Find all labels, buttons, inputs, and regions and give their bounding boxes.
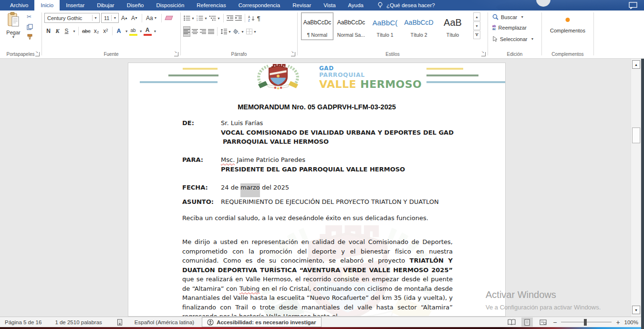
page-indicator[interactable]: Página 5 de 16: [5, 319, 42, 325]
tell-me-label: ¿Qué desea hacer?: [386, 2, 435, 8]
tab-revisar[interactable]: Revisar: [286, 0, 317, 11]
field-label-de: DE:: [182, 118, 221, 147]
subscript-button[interactable]: x₂: [93, 26, 101, 36]
style-name: Título 1: [376, 32, 393, 38]
scroll-up-button[interactable]: ▲: [632, 60, 640, 69]
superscript-button[interactable]: x²: [102, 26, 110, 36]
print-layout-button[interactable]: [521, 318, 533, 327]
vertical-scrollbar[interactable]: ▲ ▼: [631, 59, 641, 317]
styles-expand-gallery[interactable]: ▼: [473, 31, 480, 39]
style-normal-sa[interactable]: AaBbCcDc Normal Sa...: [335, 12, 367, 40]
tab-disposicion[interactable]: Disposición: [150, 0, 190, 11]
account-avatar[interactable]: [536, 0, 551, 7]
shading-button[interactable]: ▼: [233, 26, 245, 37]
chevron-down-icon[interactable]: ▼: [139, 30, 143, 33]
spellcheck-word: Msc.: [221, 156, 235, 163]
font-size-combobox[interactable]: 11 ▼: [101, 13, 119, 23]
tab-ayuda[interactable]: Ayuda: [342, 0, 370, 11]
align-center-icon: [192, 29, 198, 34]
align-center-button[interactable]: [191, 26, 198, 37]
feedback-button[interactable]: [629, 0, 637, 11]
chevron-down-icon[interactable]: ▼: [154, 30, 157, 33]
tab-archivo[interactable]: Archivo: [4, 0, 34, 11]
tab-referencias[interactable]: Referencias: [190, 0, 232, 11]
tab-insertar[interactable]: Insertar: [60, 0, 91, 11]
language-indicator[interactable]: Español (América latina): [135, 319, 194, 325]
clear-formatting-button[interactable]: [165, 13, 173, 23]
dialog-launcher-portapapeles[interactable]: [35, 52, 40, 56]
copy-button[interactable]: [27, 24, 33, 30]
zoom-slider[interactable]: [561, 319, 612, 326]
tab-inicio[interactable]: Inicio: [34, 0, 60, 11]
tab-diseno[interactable]: Diseño: [121, 0, 150, 11]
font-name-combobox[interactable]: Century Gothic ▼: [44, 13, 100, 23]
scrollbar-thumb[interactable]: [632, 127, 640, 143]
deco-line: [426, 74, 478, 76]
multilevel-list-button[interactable]: ▼: [209, 13, 221, 23]
zoom-level[interactable]: 100%: [624, 319, 638, 325]
comment-icon: [629, 2, 637, 9]
chevron-down-icon[interactable]: ▼: [92, 15, 98, 21]
dialog-launcher-fuente[interactable]: [174, 52, 178, 56]
word-count[interactable]: 1 de 2510 palabras: [55, 319, 102, 325]
styles-scroll-up[interactable]: ▲: [473, 12, 480, 21]
group-portapapeles: Pegar ▼ ✂ Portapapeles: [0, 11, 41, 58]
show-marks-button[interactable]: ¶: [257, 13, 261, 23]
complementos-button[interactable]: Complementos: [542, 28, 593, 33]
proofing-icon[interactable]: [116, 319, 123, 326]
complementos-icon: [566, 18, 570, 22]
text-effects-button[interactable]: A: [115, 26, 123, 36]
tab-vista[interactable]: Vista: [317, 0, 342, 11]
style-titulo[interactable]: AaB Título: [436, 12, 469, 40]
tab-correspondencia[interactable]: Correspondencia: [232, 0, 287, 11]
cut-button[interactable]: ✂: [27, 13, 33, 20]
tab-dibujar[interactable]: Dibujar: [91, 0, 120, 11]
read-mode-button[interactable]: [506, 318, 517, 327]
increase-indent-button[interactable]: [235, 13, 242, 23]
styles-scroll-down[interactable]: ▼: [473, 21, 480, 30]
style-titulo-2[interactable]: AaBbCcD Título 2: [403, 12, 435, 40]
web-layout-button[interactable]: [537, 318, 549, 327]
sort-button[interactable]: AZ: [248, 13, 256, 23]
strikethrough-button[interactable]: abc: [81, 26, 92, 36]
bold-button[interactable]: N: [44, 26, 52, 36]
tell-me-search[interactable]: ¿Qué desea hacer?: [377, 0, 435, 11]
shrink-font-button[interactable]: A▼: [130, 13, 139, 23]
chevron-down-icon[interactable]: ▼: [111, 15, 117, 21]
format-painter-button[interactable]: [27, 34, 33, 40]
style-normal[interactable]: AaBbCcDc ¶ Normal: [301, 12, 333, 40]
italic-button[interactable]: K: [53, 26, 62, 36]
find-button[interactable]: Buscar▼: [492, 14, 524, 20]
dialog-launcher-estilos[interactable]: [481, 52, 486, 56]
bullets-button[interactable]: ▼: [183, 13, 195, 23]
underline-button[interactable]: S: [62, 26, 71, 36]
accessibility-status[interactable]: Accesibilidad: es necesario investigar: [202, 317, 321, 327]
zoom-slider-thumb[interactable]: [584, 319, 587, 326]
bullet-list-icon: [184, 15, 190, 21]
decrease-indent-button[interactable]: [226, 13, 234, 23]
justify-button[interactable]: [208, 26, 215, 37]
change-case-button[interactable]: Aa▼: [145, 13, 158, 23]
paste-button[interactable]: Pegar ▼: [2, 12, 24, 48]
chevron-down-icon[interactable]: ▼: [73, 30, 76, 33]
zoom-in-button[interactable]: +: [616, 319, 620, 326]
document-page[interactable]: GAD PARROQUIAL VALLE HERMOSO MEMORANDUM …: [128, 63, 506, 317]
highlight-color-button[interactable]: ab: [129, 26, 137, 36]
align-left-button[interactable]: [183, 26, 190, 37]
line-spacing-button[interactable]: ▼: [220, 26, 232, 37]
replace-button[interactable]: abac Reemplazar: [492, 25, 527, 31]
font-color-button[interactable]: A: [144, 26, 152, 36]
borders-button[interactable]: ▼: [246, 26, 257, 37]
scroll-down-button[interactable]: ▼: [632, 306, 640, 314]
align-right-button[interactable]: [199, 26, 207, 37]
dialog-launcher-parrafo[interactable]: [291, 52, 295, 56]
style-titulo-1[interactable]: AaBbC( Título 1: [369, 12, 401, 40]
field-asunto: ASUNTO: REQUERIMIENTO DE EJECUCIÓN DEL P…: [182, 197, 459, 207]
style-preview: AaBbCcDc: [303, 13, 332, 32]
chevron-down-icon[interactable]: ▼: [125, 30, 128, 33]
numbering-button[interactable]: 123 ▼: [196, 13, 208, 23]
select-button[interactable]: Seleccionar▼: [492, 36, 534, 42]
grow-font-button[interactable]: A▲: [120, 13, 129, 23]
paint-bucket-icon: [233, 29, 240, 34]
zoom-out-button[interactable]: −: [553, 319, 557, 326]
